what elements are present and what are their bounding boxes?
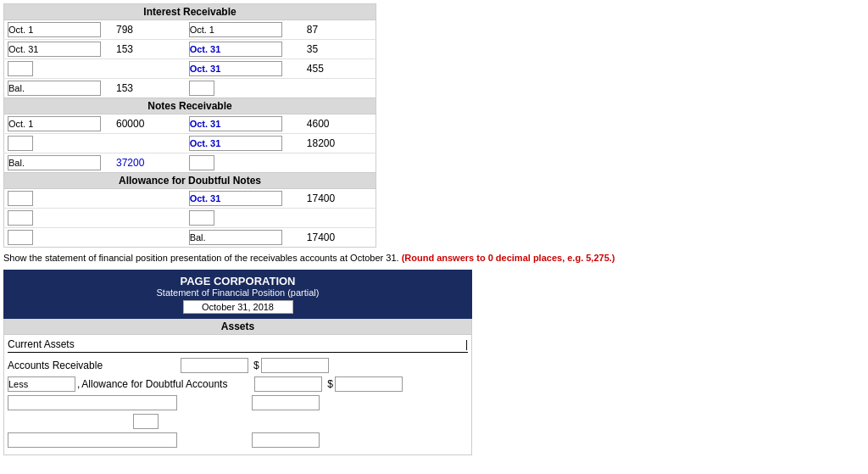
table-row: 60000 4600 <box>4 114 376 134</box>
empty-input-2[interactable] <box>252 395 320 410</box>
pipe-separator: | <box>465 338 468 350</box>
statement-body: Current Assets | Accounts Receivable $ ,… <box>3 335 472 455</box>
current-assets-label: Current Assets <box>8 338 462 350</box>
bal-input[interactable] <box>189 230 282 245</box>
table-row <box>4 209 376 228</box>
date-input[interactable] <box>189 116 282 131</box>
amount-value: 153 <box>116 43 133 55</box>
statement-header: PAGE CORPORATION Statement of Financial … <box>3 270 472 319</box>
table-row: 153 <box>4 79 376 98</box>
empty-input-1[interactable] <box>8 395 177 410</box>
small-input[interactable] <box>189 155 214 170</box>
page-wrapper: Interest Receivable 798 87 <box>0 0 868 474</box>
table-row: 153 35 <box>4 40 376 59</box>
amount-value: 4600 <box>307 118 330 130</box>
date-input[interactable] <box>8 22 101 37</box>
small-input[interactable] <box>189 210 214 226</box>
accounts-receivable-label: Accounts Receivable <box>8 360 177 371</box>
small-input[interactable] <box>8 191 33 206</box>
allowance-notes-header: Allowance for Doubtful Notes <box>4 173 376 189</box>
small-input[interactable] <box>8 136 33 151</box>
small-input[interactable] <box>8 61 33 76</box>
less-input[interactable] <box>8 376 75 392</box>
interest-receivable-table: Interest Receivable 798 87 <box>3 3 376 98</box>
accounts-receivable-input[interactable] <box>181 358 248 373</box>
comma-separator: , <box>77 378 80 390</box>
table-row: 17400 <box>4 189 376 209</box>
allowance-input[interactable] <box>254 376 322 392</box>
amount-value: 455 <box>307 63 324 75</box>
date-input[interactable] <box>189 191 282 206</box>
accounts-receivable-total-input[interactable] <box>261 358 329 373</box>
allowance-label: Allowance for Doubtful Accounts <box>81 378 251 390</box>
ledger-container: Interest Receivable 798 87 <box>3 3 865 248</box>
note-text: Show the statement of financial position… <box>3 253 865 263</box>
date-input[interactable] <box>189 42 282 57</box>
table-row: 18200 <box>4 134 376 153</box>
amount-value: 18200 <box>307 137 335 149</box>
statement-title: Statement of Financial Position (partial… <box>7 287 469 298</box>
bal-input[interactable] <box>8 155 101 170</box>
notes-receivable-table: Notes Receivable 60000 4600 <box>3 98 376 173</box>
assets-header: Assets <box>3 319 472 335</box>
amount-value: 798 <box>116 24 133 36</box>
small-input[interactable] <box>8 230 33 245</box>
table-row: 798 87 <box>4 20 376 40</box>
bal-amount: 37200 <box>116 157 144 169</box>
bal-amount: 17400 <box>307 231 335 243</box>
dollar-sign-1: $ <box>253 360 259 371</box>
notes-receivable-header: Notes Receivable <box>4 98 376 114</box>
statement-company: PAGE CORPORATION <box>7 275 469 287</box>
small-input[interactable] <box>189 81 214 96</box>
date-input[interactable] <box>189 22 282 37</box>
final-input-2[interactable] <box>252 432 320 448</box>
allowance-notes-table: Allowance for Doubtful Notes 17400 <box>3 173 376 248</box>
table-row: 37200 <box>4 153 376 173</box>
small-input[interactable] <box>8 210 33 226</box>
date-input[interactable] <box>8 42 101 57</box>
bal-input[interactable] <box>8 81 101 96</box>
date-input[interactable] <box>8 116 101 131</box>
date-input[interactable] <box>189 61 282 76</box>
allowance-total-input[interactable] <box>335 376 403 392</box>
table-row: 455 <box>4 59 376 79</box>
statement-container: PAGE CORPORATION Statement of Financial … <box>3 270 472 455</box>
amount-value: 35 <box>307 43 318 55</box>
amount-value: 87 <box>307 24 318 36</box>
small-calc-input[interactable] <box>133 414 159 429</box>
statement-date-input[interactable] <box>183 300 293 314</box>
final-input-1[interactable] <box>8 432 177 448</box>
date-input[interactable] <box>189 136 282 151</box>
interest-receivable-header: Interest Receivable <box>4 4 376 20</box>
amount-value: 17400 <box>307 192 335 204</box>
amount-value: 60000 <box>116 118 144 130</box>
table-row: 17400 <box>4 228 376 248</box>
bal-amount: 153 <box>116 82 133 94</box>
dollar-sign-2: $ <box>327 378 333 390</box>
